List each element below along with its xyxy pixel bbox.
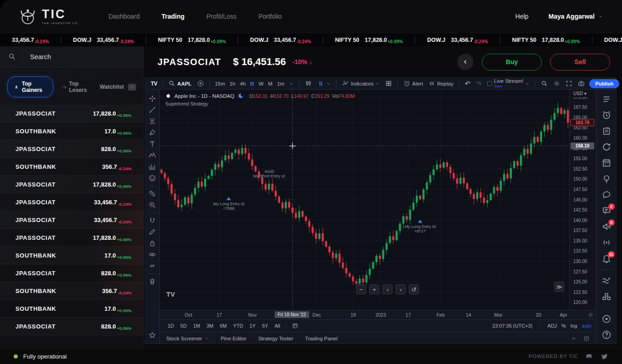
text-tool[interactable]: [147, 138, 158, 150]
help-panel-button[interactable]: [602, 330, 612, 340]
time-axis[interactable]: Oct17NovDec19202317Feb14Mar20AprFri 18 N…: [160, 310, 596, 319]
clock-utc[interactable]: 23:07:35 (UTC+3): [492, 323, 532, 329]
tab-strategy-tester[interactable]: Strategy Tester: [258, 336, 293, 341]
help-link[interactable]: Help: [515, 13, 529, 20]
tab-pine-editor[interactable]: Pine Editor: [221, 336, 246, 341]
bell-panel-button[interactable]: 11: [602, 253, 612, 263]
lock-tool[interactable]: [147, 238, 158, 249]
tape-item[interactable]: DOW.J33,456.7-0.24%: [238, 37, 323, 43]
tab-watchlist[interactable]: Watchlist: [100, 84, 136, 91]
twitter-icon[interactable]: [601, 353, 608, 360]
range-1m[interactable]: 1M: [190, 323, 203, 329]
search-bar[interactable]: Search: [0, 46, 143, 67]
gear-icon[interactable]: [587, 312, 594, 318]
save-label[interactable]: Save: [494, 85, 502, 88]
buy-button[interactable]: Buy: [482, 54, 542, 71]
jump-to-latest-button[interactable]: ≫: [554, 282, 564, 292]
stock-row[interactable]: JPASSOCIAT 828.0+0.09%: [0, 318, 143, 335]
timeframe-M[interactable]: M: [266, 81, 275, 86]
link-tool[interactable]: [147, 260, 158, 272]
stock-row[interactable]: JPASSOCIAT 17,828.0+0.09%: [0, 176, 143, 193]
stock-row[interactable]: SOUTHBANK 356.7-0.24%: [0, 158, 143, 176]
draw-mode-tool[interactable]: [147, 226, 158, 238]
range-1y[interactable]: 1Y: [246, 323, 259, 329]
range-6m[interactable]: 6M: [217, 323, 230, 329]
auto-toggle[interactable]: auto: [582, 323, 591, 329]
timeframe-4h[interactable]: 4h: [238, 81, 248, 86]
chart-nav-button[interactable]: ‹: [382, 284, 393, 294]
tradingview-logo[interactable]: TV: [148, 81, 160, 87]
timeframe-dropdown[interactable]: [286, 81, 296, 86]
messages-panel-button[interactable]: 2: [602, 206, 612, 216]
timeframe-D[interactable]: D: [248, 81, 256, 86]
discord-icon[interactable]: [586, 353, 593, 360]
layout-icon[interactable]: [583, 335, 590, 342]
tape-item[interactable]: DOW.J33,456.7-0.24%: [592, 37, 622, 43]
alert-button[interactable]: Alert: [401, 80, 426, 87]
trash-tool[interactable]: [147, 276, 158, 287]
compare-add-button[interactable]: [194, 80, 207, 87]
tape-item[interactable]: DOW.J33,456.7-0.24%: [415, 37, 500, 43]
tape-item[interactable]: 33,456.7-0.24%: [0, 37, 61, 43]
search-input[interactable]: Search: [30, 53, 51, 61]
fullscreen-button[interactable]: [563, 80, 575, 87]
nav-portfolio[interactable]: Portfolio: [258, 13, 281, 20]
chart-nav-button[interactable]: −: [356, 284, 366, 294]
tape-item[interactable]: DOW.J33,456.7-0.24%: [61, 37, 146, 43]
snapshot-button[interactable]: [575, 80, 587, 87]
hide-tool[interactable]: [147, 249, 158, 260]
nav-dashboard[interactable]: Dashboard: [108, 13, 140, 20]
chat-cloud-panel-button[interactable]: [602, 190, 612, 200]
voice-panel-button[interactable]: 5: [602, 222, 612, 232]
stock-row[interactable]: JPASSOCIAT 828.0+0.09%: [0, 140, 143, 158]
tab-top-losers[interactable]: Top Losers: [61, 81, 92, 93]
tape-item[interactable]: NIFTY 5017,828.0+0.09%: [146, 37, 238, 43]
calendar-icon[interactable]: [292, 323, 298, 329]
indicators-button[interactable]: Indicators: [339, 80, 382, 87]
timeframe-1m[interactable]: 1m: [275, 81, 286, 86]
stock-row[interactable]: JPASSOCIAT 828.0+0.09%: [0, 264, 143, 282]
compare-button[interactable]: [315, 80, 333, 87]
watchlist-panel-button[interactable]: [602, 94, 612, 104]
idea-panel-button[interactable]: [602, 174, 612, 184]
magnet-tool[interactable]: [147, 215, 158, 226]
journal-panel-button[interactable]: [602, 126, 612, 136]
refresh-panel-button[interactable]: [602, 142, 612, 152]
stock-row[interactable]: JPASSOCIAT 17,828.0+0.09%: [0, 105, 143, 122]
brush-tool[interactable]: [147, 127, 158, 138]
stock-row[interactable]: JPASSOCIAT 17,828.0+0.09%: [0, 229, 143, 247]
alarm-panel-button[interactable]: [602, 110, 612, 120]
log-toggle[interactable]: log: [571, 323, 577, 329]
range-5d[interactable]: 5D: [177, 323, 190, 329]
stock-row[interactable]: SOUTHBANK 17.0+0.09%: [0, 247, 143, 264]
stock-row[interactable]: SOUTHBANK 17.0+0.09%: [0, 300, 143, 318]
tape-item[interactable]: NIFTY 5017,828.0+0.09%: [323, 37, 415, 43]
checkbox-icon[interactable]: [487, 81, 492, 86]
blocks-panel-button[interactable]: [602, 292, 612, 302]
chart-style-button[interactable]: [302, 80, 315, 87]
range-ytd[interactable]: YTD: [230, 323, 246, 329]
tab-stock-screener[interactable]: Stock Screener: [166, 336, 209, 341]
quick-search-button[interactable]: [538, 80, 551, 87]
target-panel-button[interactable]: [602, 314, 612, 324]
symbol-search-button[interactable]: AAPL: [166, 80, 194, 87]
watchlist-dropdown[interactable]: [128, 84, 136, 91]
calendar-panel-button[interactable]: [602, 158, 612, 168]
timeframe-W[interactable]: W: [256, 81, 266, 86]
range-1d[interactable]: 1D: [164, 323, 177, 329]
chart-area[interactable]: My Long Entry Id+7688-8435My Short Entry…: [160, 90, 596, 310]
stock-row[interactable]: SOUTHBANK 17.0+0.09%: [0, 122, 143, 140]
publish-button[interactable]: Publish: [589, 79, 619, 88]
timeframe-1h[interactable]: 1h: [227, 81, 238, 86]
emoji-tool[interactable]: [147, 172, 158, 184]
fib-tool[interactable]: [147, 116, 158, 127]
templates-button[interactable]: [382, 80, 395, 87]
trending-panel-button[interactable]: [602, 276, 612, 286]
chart-settings-button[interactable]: [551, 80, 563, 87]
stock-row[interactable]: JPASSOCIAT 33,456.7-0.24%: [0, 211, 143, 229]
legend-title[interactable]: Apple Inc - 1D - NASDAQ: [174, 93, 235, 99]
timeframe-15m[interactable]: 15m: [213, 81, 227, 86]
adj-toggle[interactable]: ADJ: [547, 323, 557, 329]
pattern-tool[interactable]: [147, 150, 158, 161]
range-5y[interactable]: 5Y: [259, 323, 271, 329]
